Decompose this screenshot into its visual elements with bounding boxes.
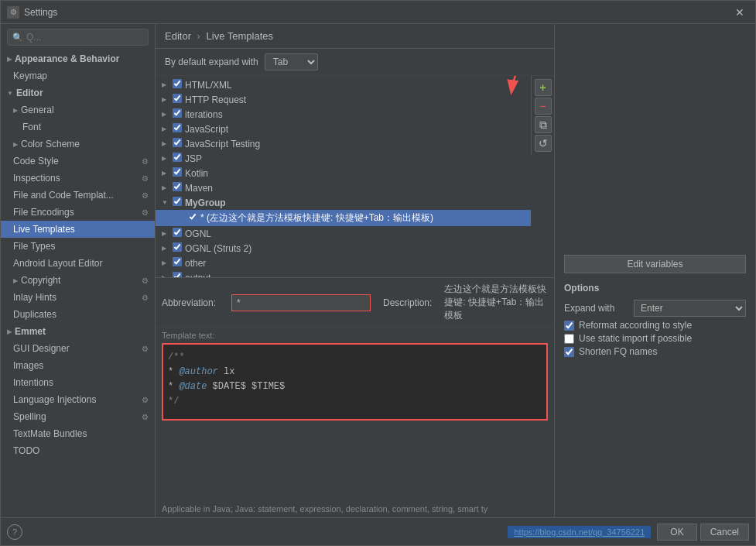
close-button[interactable]: ✕ bbox=[730, 5, 749, 20]
tree-item-output[interactable]: ▶ output bbox=[156, 270, 531, 277]
sidebar-item-label: Keymap bbox=[13, 70, 47, 81]
sidebar-item-emmet[interactable]: Emmet bbox=[1, 323, 155, 340]
add-button[interactable]: + bbox=[535, 79, 552, 96]
code-date-value: $DATE$ $TIME$ bbox=[207, 381, 285, 392]
tree-arrow: ▶ bbox=[162, 111, 173, 118]
tree-item-other[interactable]: ▶ other bbox=[156, 256, 531, 270]
tree-check-mygroup-item[interactable] bbox=[188, 212, 199, 224]
tree-arrow: ▶ bbox=[162, 245, 173, 252]
tree-arrow: ▶ bbox=[162, 230, 173, 237]
tree-arrow: ▶ bbox=[162, 155, 173, 162]
restore-button[interactable]: ↺ bbox=[535, 135, 552, 152]
tree-arrow: ▶ bbox=[162, 125, 173, 132]
sidebar-item-language-injections[interactable]: Language Injections ⚙ bbox=[1, 391, 155, 408]
settings-icon2: ⚙ bbox=[142, 174, 149, 183]
tree-item-mygroup[interactable]: ▼ MyGroup bbox=[156, 195, 531, 210]
static-import-checkbox[interactable] bbox=[564, 334, 574, 344]
sidebar-item-code-style[interactable]: Code Style ⚙ bbox=[1, 153, 155, 170]
sidebar-item-appearance[interactable]: Appearance & Behavior bbox=[1, 50, 155, 67]
description-value: 左边这个就是方法模板快捷键: 快捷键+Tab：输出模板 bbox=[444, 283, 548, 322]
sidebar-item-color-scheme[interactable]: Color Scheme bbox=[1, 136, 155, 153]
breadcrumb-separator: › bbox=[197, 30, 204, 42]
tree-item-mygroup-item[interactable]: * (左边这个就是方法模板快捷键: 快捷键+Tab：输出模板) bbox=[156, 210, 531, 226]
breadcrumb: Editor › Live Templates bbox=[165, 30, 273, 42]
expand-with-label: Expand with bbox=[564, 303, 634, 314]
tree-item-javascript[interactable]: ▶ JavaScript bbox=[156, 122, 531, 136]
code-annotation-date: * bbox=[168, 381, 179, 392]
sidebar-item-spelling[interactable]: Spelling ⚙ bbox=[1, 408, 155, 425]
settings-icon8: ⚙ bbox=[142, 396, 149, 404]
tree-check-kotlin[interactable] bbox=[173, 167, 183, 179]
sidebar-item-label: Color Scheme bbox=[21, 139, 80, 149]
sidebar-item-inlay-hints[interactable]: Inlay Hints ⚙ bbox=[1, 289, 155, 306]
tree-check-js-testing[interactable] bbox=[173, 138, 183, 149]
tree-item-iterations[interactable]: ▶ iterations bbox=[156, 107, 531, 122]
sidebar-item-images[interactable]: Images bbox=[1, 357, 155, 374]
tree-item-html-xml[interactable]: ▶ HTML/XML bbox=[156, 77, 531, 92]
search-box[interactable]: 🔍 bbox=[7, 29, 149, 46]
tree-check-ognl[interactable] bbox=[173, 228, 183, 239]
template-editor[interactable]: /** * @author lx * @date $DATE$ $TIME$ *… bbox=[162, 343, 548, 421]
tree-label: output bbox=[185, 273, 525, 278]
tree-item-ognl[interactable]: ▶ OGNL bbox=[156, 226, 531, 241]
sidebar-item-inspections[interactable]: Inspections ⚙ bbox=[1, 170, 155, 187]
sidebar-item-todo[interactable]: TODO bbox=[1, 442, 155, 459]
tree-check-http[interactable] bbox=[173, 94, 183, 105]
sidebar-item-file-types[interactable]: File Types bbox=[1, 238, 155, 255]
sidebar-item-editor[interactable]: Editor bbox=[1, 84, 155, 101]
remove-button[interactable]: − bbox=[535, 98, 552, 115]
window-title: Settings bbox=[24, 7, 730, 18]
panel: Editor › Live Templates By default expan… bbox=[156, 24, 554, 517]
tree-check-iterations[interactable] bbox=[173, 108, 183, 120]
tree-check-ognl-struts[interactable] bbox=[173, 242, 183, 254]
sidebar-item-textmate[interactable]: TextMate Bundles bbox=[1, 425, 155, 442]
sidebar-item-copyright[interactable]: Copyright ⚙ bbox=[1, 272, 155, 289]
search-input[interactable] bbox=[26, 32, 143, 43]
sidebar-item-duplicates[interactable]: Duplicates bbox=[1, 306, 155, 323]
tree-arrow: ▶ bbox=[162, 140, 173, 147]
code-annotation-author: * bbox=[168, 366, 179, 377]
description-label: Description: bbox=[383, 297, 432, 308]
tree-check-html-xml[interactable] bbox=[173, 79, 183, 91]
expand-with-select[interactable]: Enter Tab Space bbox=[634, 300, 746, 317]
sidebar-item-label: Inlay Hints bbox=[13, 292, 56, 303]
tree-check-js[interactable] bbox=[173, 123, 183, 135]
sidebar-item-keymap[interactable]: Keymap bbox=[1, 67, 155, 84]
tree-item-http[interactable]: ▶ HTTP Request bbox=[156, 92, 531, 107]
help-button[interactable]: ? bbox=[7, 524, 22, 540]
ok-button[interactable]: OK bbox=[657, 524, 696, 541]
sidebar-item-intentions[interactable]: Intentions bbox=[1, 374, 155, 391]
sidebar-item-android-layout[interactable]: Android Layout Editor bbox=[1, 255, 155, 272]
sidebar-item-file-encodings[interactable]: File Encodings ⚙ bbox=[1, 204, 155, 221]
abbreviation-input[interactable] bbox=[231, 294, 371, 311]
status-link[interactable]: https://blog.csdn.net/qq_34756221 bbox=[508, 526, 651, 538]
tree-item-maven[interactable]: ▶ Maven bbox=[156, 180, 531, 195]
tree-check-jsp[interactable] bbox=[173, 153, 183, 164]
sidebar-item-gui-designer[interactable]: GUI Designer ⚙ bbox=[1, 340, 155, 357]
tree-item-kotlin[interactable]: ▶ Kotlin bbox=[156, 166, 531, 180]
sidebar-item-file-code[interactable]: File and Code Templat... ⚙ bbox=[1, 187, 155, 204]
copy-button[interactable]: ⧉ bbox=[535, 116, 552, 133]
tree-check-other[interactable] bbox=[173, 257, 183, 269]
tree-label-mygroup-item: * (左边这个就是方法模板快捷键: 快捷键+Tab：输出模板) bbox=[200, 211, 525, 225]
tree-item-js-testing[interactable]: ▶ JavaScript Testing bbox=[156, 136, 531, 151]
sidebar-item-label: File and Code Templat... bbox=[13, 190, 114, 201]
sidebar-item-general[interactable]: General bbox=[1, 101, 155, 118]
tree-item-ognl-struts[interactable]: ▶ OGNL (Struts 2) bbox=[156, 241, 531, 256]
tree-item-jsp[interactable]: ▶ JSP bbox=[156, 151, 531, 166]
breadcrumb-parent: Editor bbox=[165, 30, 191, 42]
tree-label: OGNL (Struts 2) bbox=[185, 243, 525, 254]
tree-label: HTML/XML bbox=[185, 80, 525, 91]
tree-arrow: ▶ bbox=[162, 81, 173, 88]
cancel-button[interactable]: Cancel bbox=[700, 524, 749, 541]
sidebar-item-live-templates[interactable]: Live Templates bbox=[1, 221, 155, 238]
expand-select[interactable]: Tab Enter Space bbox=[265, 53, 318, 70]
right-options-panel: Edit variables Options Expand with Enter… bbox=[554, 24, 755, 517]
tree-check-output[interactable] bbox=[173, 272, 183, 277]
edit-variables-button[interactable]: Edit variables bbox=[564, 255, 746, 273]
shorten-fq-checkbox[interactable] bbox=[564, 347, 574, 357]
reformat-checkbox[interactable] bbox=[564, 321, 574, 331]
tree-check-maven[interactable] bbox=[173, 182, 183, 194]
tree-check-mygroup[interactable] bbox=[173, 197, 183, 208]
sidebar-item-font[interactable]: Font bbox=[1, 118, 155, 136]
